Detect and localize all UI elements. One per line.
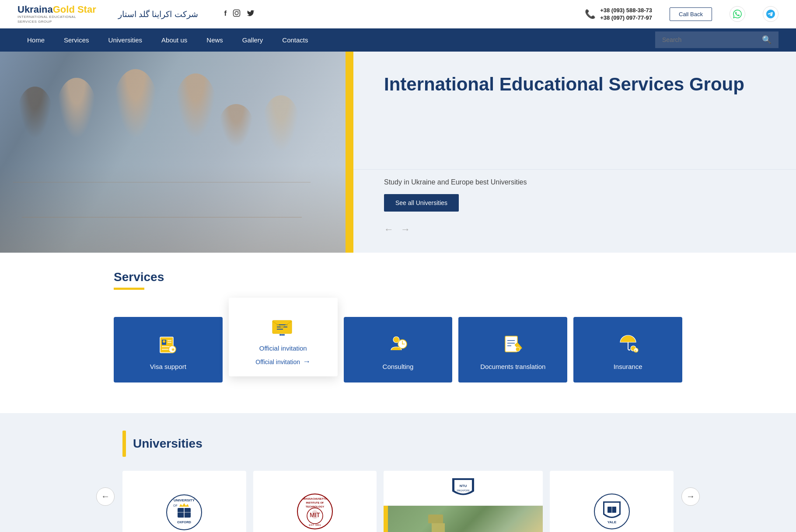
hero-image xyxy=(0,52,346,253)
search-bar[interactable]: 🔍 xyxy=(655,31,779,48)
see-all-universities-button[interactable]: See all Universities xyxy=(384,194,459,212)
hero-next-arrow[interactable]: → xyxy=(401,224,410,235)
consulting-icon xyxy=(387,333,409,357)
universities-grid: UNIVERSITY OF OXFORD MASSACHUSETTS xyxy=(122,471,674,532)
svg-text:MIT: MIT xyxy=(310,511,321,518)
svg-point-1 xyxy=(235,11,239,15)
service-card-insurance[interactable]: $ Insurance xyxy=(573,317,682,382)
documents-icon xyxy=(502,333,524,357)
navigation: Home Services Universities About us News… xyxy=(0,28,796,52)
nav-about[interactable]: About us xyxy=(152,28,197,52)
search-input[interactable] xyxy=(662,36,758,43)
services-title: Services xyxy=(114,270,682,284)
invitation-arrow-icon: → xyxy=(303,357,311,366)
svg-point-5 xyxy=(163,340,165,343)
nav-universities[interactable]: Universities xyxy=(99,28,152,52)
hero-section: International Educational Services Group… xyxy=(0,52,796,253)
documents-label: Documents translation xyxy=(480,363,545,370)
whatsapp-icon[interactable] xyxy=(730,6,745,22)
svg-text:OXFORD: OXFORD xyxy=(177,520,192,524)
svg-text:UNIVERSITY: UNIVERSITY xyxy=(174,498,195,502)
yale-logo: YALE xyxy=(592,492,632,532)
svg-point-16 xyxy=(281,334,283,336)
universities-title: Universities xyxy=(133,437,202,451)
hero-subtitle: Study in Ukraine and Europe best Univers… xyxy=(384,178,765,186)
svg-point-2 xyxy=(238,11,239,12)
svg-text:EST. 1861: EST. 1861 xyxy=(309,524,321,526)
farsi-text: شرکت اکراینا گلد استار xyxy=(118,9,198,19)
universities-prev-button[interactable]: ← xyxy=(96,487,115,506)
contact-info: 📞 +38 (093) 588-38-73 +38 (097) 097-77-9… xyxy=(585,7,652,21)
yellow-vertical-bar xyxy=(122,431,126,457)
services-grid: ★ Visa support xyxy=(114,304,682,382)
phone-2: +38 (097) 097-77-97 xyxy=(600,14,652,21)
svg-text:YALE: YALE xyxy=(607,520,616,524)
insurance-label: Insurance xyxy=(614,363,642,370)
service-card-consulting[interactable]: Consulting xyxy=(344,317,453,382)
visa-label: Visa support xyxy=(150,363,186,370)
search-icon[interactable]: 🔍 xyxy=(762,35,772,45)
invitation-link[interactable]: Official invitation → xyxy=(255,357,311,366)
services-section: Services ★ Visa support xyxy=(0,253,796,413)
visa-icon: ★ xyxy=(157,333,179,357)
logo[interactable]: UkrainaGold Star International Education… xyxy=(17,4,96,24)
university-card-yale[interactable]: YALE xyxy=(550,471,674,532)
university-card-ntu[interactable]: NTU SINGAPORE xyxy=(384,471,543,532)
svg-point-17 xyxy=(279,334,281,336)
svg-point-18 xyxy=(283,334,285,336)
svg-text:OF: OF xyxy=(173,504,178,507)
svg-text:NTU: NTU xyxy=(460,484,467,488)
universities-section: Universities ← → UNIVERSITY OF xyxy=(0,413,796,532)
logo-star: Gold Star xyxy=(53,4,96,15)
svg-point-28 xyxy=(516,347,520,351)
svg-text:MASSACHUSETTS: MASSACHUSETTS xyxy=(303,497,327,500)
service-card-visa[interactable]: ★ Visa support xyxy=(114,317,223,382)
nav-home[interactable]: Home xyxy=(17,28,54,52)
consulting-label: Consulting xyxy=(383,363,414,370)
phone-icon: 📞 xyxy=(585,9,596,19)
svg-text:TECHNOLOGY: TECHNOLOGY xyxy=(306,505,324,508)
svg-text:INSTITUTE OF: INSTITUTE OF xyxy=(306,501,324,504)
hero-content: International Educational Services Group… xyxy=(353,52,796,253)
callback-button[interactable]: Call Back xyxy=(670,7,712,21)
header: UkrainaGold Star International Education… xyxy=(0,0,796,28)
svg-text:$: $ xyxy=(635,349,637,353)
logo-brand-ukraine: Ukraina xyxy=(17,4,53,15)
facebook-icon[interactable]: f xyxy=(224,9,227,19)
nav-gallery[interactable]: Gallery xyxy=(233,28,273,52)
insurance-icon: $ xyxy=(617,333,639,357)
social-icons: f xyxy=(224,9,255,19)
yellow-strip xyxy=(346,52,353,253)
service-card-invitation[interactable]: Official invitation Official invitation … xyxy=(229,298,338,376)
nav-contacts[interactable]: Contacts xyxy=(272,28,318,52)
logo-subtitle: International Educational Services Group xyxy=(17,15,87,24)
twitter-icon[interactable] xyxy=(247,9,255,19)
svg-text:SINGAPORE: SINGAPORE xyxy=(457,489,470,492)
nav-news[interactable]: News xyxy=(197,28,233,52)
instagram-icon[interactable] xyxy=(233,9,241,19)
telegram-icon[interactable] xyxy=(763,6,779,22)
invitation-icon xyxy=(271,314,295,340)
svg-text:★: ★ xyxy=(171,347,175,352)
service-card-documents[interactable]: Documents translation xyxy=(458,317,567,382)
universities-next-button[interactable]: → xyxy=(681,487,700,506)
svg-rect-0 xyxy=(234,10,240,16)
mit-logo: MASSACHUSETTS INSTITUTE OF TECHNOLOGY MI… xyxy=(295,492,335,532)
invitation-link-text: Official invitation xyxy=(255,358,300,365)
university-card-oxford[interactable]: UNIVERSITY OF OXFORD xyxy=(122,471,246,532)
hero-title: International Educational Services Group xyxy=(384,73,765,95)
services-underline xyxy=(114,288,144,290)
nav-services[interactable]: Services xyxy=(54,28,99,52)
oxford-logo: UNIVERSITY OF OXFORD xyxy=(164,493,204,532)
university-card-mit[interactable]: MASSACHUSETTS INSTITUTE OF TECHNOLOGY MI… xyxy=(253,471,377,532)
hero-prev-arrow[interactable]: ← xyxy=(384,224,394,235)
phone-1: +38 (093) 588-38-73 xyxy=(600,7,652,14)
invitation-label: Official invitation xyxy=(259,344,307,352)
